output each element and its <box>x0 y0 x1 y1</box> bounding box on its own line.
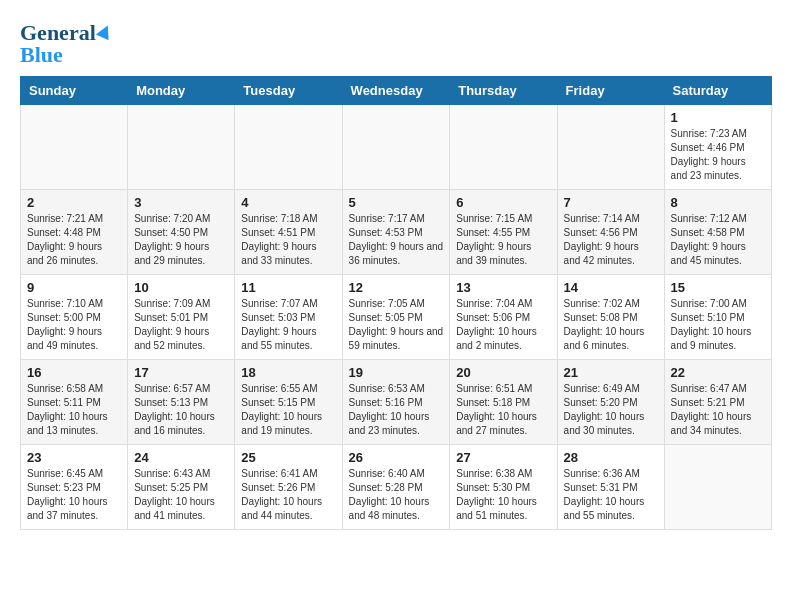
calendar-day-16: 16Sunrise: 6:58 AM Sunset: 5:11 PM Dayli… <box>21 360 128 445</box>
calendar-day-7: 7Sunrise: 7:14 AM Sunset: 4:56 PM Daylig… <box>557 190 664 275</box>
weekday-header-thursday: Thursday <box>450 77 557 105</box>
day-info: Sunrise: 7:14 AM Sunset: 4:56 PM Dayligh… <box>564 212 658 268</box>
weekday-header-wednesday: Wednesday <box>342 77 450 105</box>
calendar-day-27: 27Sunrise: 6:38 AM Sunset: 5:30 PM Dayli… <box>450 445 557 530</box>
day-info: Sunrise: 6:49 AM Sunset: 5:20 PM Dayligh… <box>564 382 658 438</box>
calendar-day-18: 18Sunrise: 6:55 AM Sunset: 5:15 PM Dayli… <box>235 360 342 445</box>
day-info: Sunrise: 6:41 AM Sunset: 5:26 PM Dayligh… <box>241 467 335 523</box>
calendar-day-empty <box>664 445 771 530</box>
calendar-day-2: 2Sunrise: 7:21 AM Sunset: 4:48 PM Daylig… <box>21 190 128 275</box>
calendar-day-3: 3Sunrise: 7:20 AM Sunset: 4:50 PM Daylig… <box>128 190 235 275</box>
calendar-day-empty <box>235 105 342 190</box>
day-number: 12 <box>349 280 444 295</box>
day-number: 26 <box>349 450 444 465</box>
calendar-day-10: 10Sunrise: 7:09 AM Sunset: 5:01 PM Dayli… <box>128 275 235 360</box>
day-info: Sunrise: 6:57 AM Sunset: 5:13 PM Dayligh… <box>134 382 228 438</box>
day-number: 8 <box>671 195 765 210</box>
day-info: Sunrise: 7:21 AM Sunset: 4:48 PM Dayligh… <box>27 212 121 268</box>
calendar-day-24: 24Sunrise: 6:43 AM Sunset: 5:25 PM Dayli… <box>128 445 235 530</box>
day-info: Sunrise: 6:58 AM Sunset: 5:11 PM Dayligh… <box>27 382 121 438</box>
day-number: 22 <box>671 365 765 380</box>
day-number: 24 <box>134 450 228 465</box>
calendar-day-1: 1Sunrise: 7:23 AM Sunset: 4:46 PM Daylig… <box>664 105 771 190</box>
day-number: 5 <box>349 195 444 210</box>
day-info: Sunrise: 7:07 AM Sunset: 5:03 PM Dayligh… <box>241 297 335 353</box>
day-number: 15 <box>671 280 765 295</box>
day-number: 18 <box>241 365 335 380</box>
day-info: Sunrise: 7:05 AM Sunset: 5:05 PM Dayligh… <box>349 297 444 353</box>
calendar-day-23: 23Sunrise: 6:45 AM Sunset: 5:23 PM Dayli… <box>21 445 128 530</box>
day-info: Sunrise: 6:38 AM Sunset: 5:30 PM Dayligh… <box>456 467 550 523</box>
logo: General Blue <box>20 20 112 68</box>
day-number: 25 <box>241 450 335 465</box>
calendar-day-empty <box>21 105 128 190</box>
day-info: Sunrise: 7:00 AM Sunset: 5:10 PM Dayligh… <box>671 297 765 353</box>
day-info: Sunrise: 6:55 AM Sunset: 5:15 PM Dayligh… <box>241 382 335 438</box>
day-info: Sunrise: 6:43 AM Sunset: 5:25 PM Dayligh… <box>134 467 228 523</box>
weekday-header-friday: Friday <box>557 77 664 105</box>
calendar-day-empty <box>557 105 664 190</box>
calendar-day-empty <box>450 105 557 190</box>
day-info: Sunrise: 6:47 AM Sunset: 5:21 PM Dayligh… <box>671 382 765 438</box>
calendar-day-empty <box>128 105 235 190</box>
day-info: Sunrise: 6:40 AM Sunset: 5:28 PM Dayligh… <box>349 467 444 523</box>
weekday-header-monday: Monday <box>128 77 235 105</box>
calendar-week-row: 23Sunrise: 6:45 AM Sunset: 5:23 PM Dayli… <box>21 445 772 530</box>
day-number: 3 <box>134 195 228 210</box>
day-number: 19 <box>349 365 444 380</box>
day-info: Sunrise: 6:45 AM Sunset: 5:23 PM Dayligh… <box>27 467 121 523</box>
calendar-day-12: 12Sunrise: 7:05 AM Sunset: 5:05 PM Dayli… <box>342 275 450 360</box>
calendar-day-9: 9Sunrise: 7:10 AM Sunset: 5:00 PM Daylig… <box>21 275 128 360</box>
calendar-day-empty <box>342 105 450 190</box>
calendar-table: SundayMondayTuesdayWednesdayThursdayFrid… <box>20 76 772 530</box>
day-info: Sunrise: 6:53 AM Sunset: 5:16 PM Dayligh… <box>349 382 444 438</box>
day-number: 17 <box>134 365 228 380</box>
calendar-day-4: 4Sunrise: 7:18 AM Sunset: 4:51 PM Daylig… <box>235 190 342 275</box>
day-number: 7 <box>564 195 658 210</box>
day-number: 21 <box>564 365 658 380</box>
weekday-header-sunday: Sunday <box>21 77 128 105</box>
day-info: Sunrise: 7:18 AM Sunset: 4:51 PM Dayligh… <box>241 212 335 268</box>
day-number: 10 <box>134 280 228 295</box>
logo-triangle-icon <box>96 22 114 40</box>
calendar-week-row: 9Sunrise: 7:10 AM Sunset: 5:00 PM Daylig… <box>21 275 772 360</box>
day-info: Sunrise: 7:12 AM Sunset: 4:58 PM Dayligh… <box>671 212 765 268</box>
day-number: 4 <box>241 195 335 210</box>
day-number: 20 <box>456 365 550 380</box>
day-number: 14 <box>564 280 658 295</box>
day-info: Sunrise: 7:20 AM Sunset: 4:50 PM Dayligh… <box>134 212 228 268</box>
calendar-day-15: 15Sunrise: 7:00 AM Sunset: 5:10 PM Dayli… <box>664 275 771 360</box>
day-number: 11 <box>241 280 335 295</box>
weekday-header-row: SundayMondayTuesdayWednesdayThursdayFrid… <box>21 77 772 105</box>
day-number: 9 <box>27 280 121 295</box>
day-info: Sunrise: 7:09 AM Sunset: 5:01 PM Dayligh… <box>134 297 228 353</box>
calendar-day-19: 19Sunrise: 6:53 AM Sunset: 5:16 PM Dayli… <box>342 360 450 445</box>
calendar-day-11: 11Sunrise: 7:07 AM Sunset: 5:03 PM Dayli… <box>235 275 342 360</box>
calendar-week-row: 16Sunrise: 6:58 AM Sunset: 5:11 PM Dayli… <box>21 360 772 445</box>
calendar-day-13: 13Sunrise: 7:04 AM Sunset: 5:06 PM Dayli… <box>450 275 557 360</box>
calendar-day-22: 22Sunrise: 6:47 AM Sunset: 5:21 PM Dayli… <box>664 360 771 445</box>
weekday-header-saturday: Saturday <box>664 77 771 105</box>
calendar-day-6: 6Sunrise: 7:15 AM Sunset: 4:55 PM Daylig… <box>450 190 557 275</box>
day-number: 28 <box>564 450 658 465</box>
day-info: Sunrise: 7:17 AM Sunset: 4:53 PM Dayligh… <box>349 212 444 268</box>
calendar-week-row: 2Sunrise: 7:21 AM Sunset: 4:48 PM Daylig… <box>21 190 772 275</box>
calendar-day-26: 26Sunrise: 6:40 AM Sunset: 5:28 PM Dayli… <box>342 445 450 530</box>
day-info: Sunrise: 7:04 AM Sunset: 5:06 PM Dayligh… <box>456 297 550 353</box>
calendar-day-14: 14Sunrise: 7:02 AM Sunset: 5:08 PM Dayli… <box>557 275 664 360</box>
weekday-header-tuesday: Tuesday <box>235 77 342 105</box>
calendar-day-28: 28Sunrise: 6:36 AM Sunset: 5:31 PM Dayli… <box>557 445 664 530</box>
day-number: 16 <box>27 365 121 380</box>
calendar-day-17: 17Sunrise: 6:57 AM Sunset: 5:13 PM Dayli… <box>128 360 235 445</box>
day-info: Sunrise: 7:23 AM Sunset: 4:46 PM Dayligh… <box>671 127 765 183</box>
day-info: Sunrise: 6:36 AM Sunset: 5:31 PM Dayligh… <box>564 467 658 523</box>
calendar-week-row: 1Sunrise: 7:23 AM Sunset: 4:46 PM Daylig… <box>21 105 772 190</box>
day-info: Sunrise: 7:10 AM Sunset: 5:00 PM Dayligh… <box>27 297 121 353</box>
day-number: 2 <box>27 195 121 210</box>
calendar-day-25: 25Sunrise: 6:41 AM Sunset: 5:26 PM Dayli… <box>235 445 342 530</box>
day-number: 1 <box>671 110 765 125</box>
day-info: Sunrise: 7:15 AM Sunset: 4:55 PM Dayligh… <box>456 212 550 268</box>
day-info: Sunrise: 6:51 AM Sunset: 5:18 PM Dayligh… <box>456 382 550 438</box>
calendar-day-20: 20Sunrise: 6:51 AM Sunset: 5:18 PM Dayli… <box>450 360 557 445</box>
calendar-day-21: 21Sunrise: 6:49 AM Sunset: 5:20 PM Dayli… <box>557 360 664 445</box>
